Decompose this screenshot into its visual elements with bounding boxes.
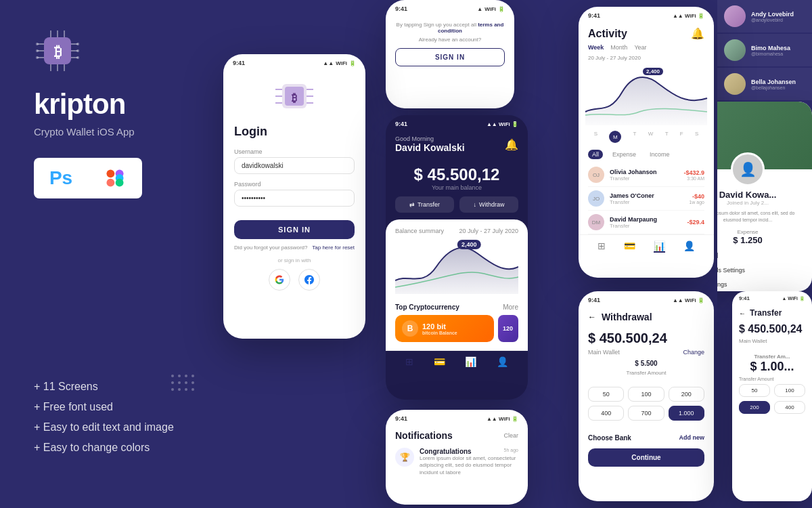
expense-amount: $ 1.250 (733, 235, 762, 245)
chip-icon: ₿ (274, 76, 315, 117)
transfer-chip-2[interactable]: 100 (774, 384, 805, 397)
ps-text: Ps (49, 167, 72, 189)
change-button[interactable]: Change (683, 349, 704, 356)
activity-date-range: 20 July - 27 July 2020 (588, 55, 704, 61)
amount-options: 50 100 200 400 700 1.000 (579, 381, 714, 430)
logo-container: ₿ (34, 27, 183, 75)
phone-notification: 9:41 ▲▲ WiFi 🔋 Notifications Clear 🏆 Con… (386, 410, 528, 505)
balance-summary: Balance summary 20 July - 27 July 2020 2… (386, 219, 528, 350)
olivia-avatar: OJ (588, 167, 604, 183)
transfer-main-amount: $ 450.500,24 (732, 320, 812, 338)
day-t2[interactable]: T (665, 131, 669, 143)
nav-user-icon[interactable]: 👤 (497, 356, 508, 367)
username-input[interactable] (234, 157, 355, 174)
filter-expense[interactable]: Expense (608, 150, 640, 159)
tab-month[interactable]: Month (610, 44, 627, 51)
notification-title: Notifications (395, 430, 453, 441)
amount-200[interactable]: 200 (669, 387, 704, 402)
balance-chart: 2,400 (395, 240, 518, 303)
clear-button[interactable]: Clear (503, 432, 518, 439)
bimo-name: Bimo Mahesa (751, 45, 805, 51)
james-avatar: JO (588, 190, 604, 207)
confirm-bank-button[interactable]: Continue (588, 448, 704, 467)
amount-1000[interactable]: 1.000 (669, 406, 704, 421)
svg-rect-20 (106, 169, 114, 177)
day-t1[interactable]: T (633, 131, 637, 143)
app-title: kripton (34, 88, 183, 121)
day-f[interactable]: F (680, 131, 683, 143)
balance-amount: $ 45.500,12 (386, 165, 528, 184)
day-w[interactable]: W (648, 131, 654, 143)
svg-point-31 (171, 388, 174, 391)
filter-income[interactable]: Income (646, 150, 674, 159)
profile-andy[interactable]: Andy Lovebird @andylovebird (717, 0, 812, 33)
password-input[interactable] (234, 190, 355, 207)
amount-50[interactable]: 50 (588, 387, 624, 402)
transfer-back-icon[interactable]: ← (739, 310, 746, 317)
transfer-amount-value: $ 5.500 (579, 360, 714, 370)
add-new-button[interactable]: Add new (679, 434, 705, 442)
activity-bell-icon[interactable]: 🔔 (691, 27, 704, 40)
james-type: Transfer (610, 199, 683, 205)
bitcoin-card[interactable]: B 120 bit bitcoin Balance (395, 315, 494, 342)
day-m[interactable]: M (609, 131, 621, 143)
profile-bimo[interactable]: Bimo Mahesa @bimomahesa (717, 34, 812, 66)
nav-card-icon[interactable]: 💳 (434, 356, 445, 367)
profile-bella[interactable]: Bella Johansen @bellajohansen (717, 68, 812, 100)
amount-100[interactable]: 100 (628, 387, 664, 402)
feature-1: + 11 Screens (34, 381, 183, 393)
feature-3: + Easy to edit text and image (34, 421, 183, 433)
general-cards-settings[interactable]: ★ Cards Settings (717, 263, 803, 278)
profile-detail-card: 👤 David Kowа... Joined in July 2... Lore… (717, 102, 812, 291)
activity-nav-card-icon[interactable]: 💳 (624, 240, 635, 253)
crypto-cards-row: B 120 bit bitcoin Balance 120 (395, 315, 518, 342)
password-group: Password (234, 181, 355, 207)
svg-point-35 (191, 381, 194, 384)
david-name: David Marpaung (610, 216, 681, 223)
choose-bank-row: Choose Bank Add new (579, 430, 714, 446)
figma-icon (106, 169, 125, 188)
facebook-sign-in-button[interactable] (298, 269, 320, 291)
reset-text[interactable]: Tap here for reset (312, 245, 355, 251)
tab-year[interactable]: Year (634, 44, 646, 51)
nav-home-icon[interactable]: ⊞ (405, 356, 413, 367)
transfer-chip-4[interactable]: 400 (774, 401, 805, 414)
transfer-chip-1[interactable]: 50 (739, 384, 770, 397)
app-subtitle: Crypto Wallet iOS App (34, 126, 183, 137)
day-s2[interactable]: S (695, 131, 698, 143)
activity-navigation: ⊞ 💳 📊 👤 (579, 234, 714, 258)
withdraw-button[interactable]: ↓ Withdraw (459, 196, 518, 213)
google-sign-in-button[interactable] (269, 269, 290, 291)
activity-nav-grid-icon[interactable]: ⊞ (597, 240, 606, 253)
general-title: General (717, 252, 803, 259)
bitcoin-icon: B (402, 320, 418, 337)
summary-label: Balance summary (395, 228, 444, 234)
transaction-james: JO James O'Coner Transfer -$40 1w ago (588, 187, 704, 211)
day-s1[interactable]: S (594, 131, 597, 143)
choose-bank-label: Choose Bank (588, 434, 631, 442)
amount-400[interactable]: 400 (588, 406, 624, 421)
nav-chart-icon[interactable]: 📊 (465, 356, 476, 367)
profile-list: Andy Lovebird @andylovebird Bimo Mahesa … (717, 0, 812, 100)
activity-nav-user-icon[interactable]: 👤 (683, 240, 695, 253)
username-label: Username (234, 148, 355, 155)
andy-avatar (724, 5, 746, 27)
signin-status-bar: 9:41 ▲ WiFi 🔋 (386, 0, 514, 15)
transfer-chip-3[interactable]: 200 (739, 401, 770, 414)
amount-700[interactable]: 700 (628, 406, 664, 421)
tab-week[interactable]: Week (588, 44, 604, 51)
login-sign-in-button[interactable]: SIGN IN (234, 220, 355, 239)
general-settings[interactable]: ⚙ Settings (717, 278, 803, 291)
notification-bell-icon[interactable]: 🔔 (505, 138, 518, 151)
withdrawal-wallet-row: Main Wallet Change (579, 349, 714, 360)
back-arrow-icon[interactable]: ← (588, 312, 596, 322)
svg-point-32 (178, 388, 181, 391)
filter-all[interactable]: All (588, 150, 603, 159)
notification-icon: 🏆 (395, 448, 414, 467)
transfer-button[interactable]: ⇄ Transfer (395, 196, 454, 213)
activity-nav-chart-icon[interactable]: 📊 (654, 240, 665, 253)
tap-signup-text: By tapping Sign up you accept all terms … (395, 22, 505, 34)
sign-in-button[interactable]: SIGN IN (395, 48, 505, 66)
svg-rect-24 (116, 179, 124, 187)
notification-time: 5h ago (504, 448, 518, 455)
